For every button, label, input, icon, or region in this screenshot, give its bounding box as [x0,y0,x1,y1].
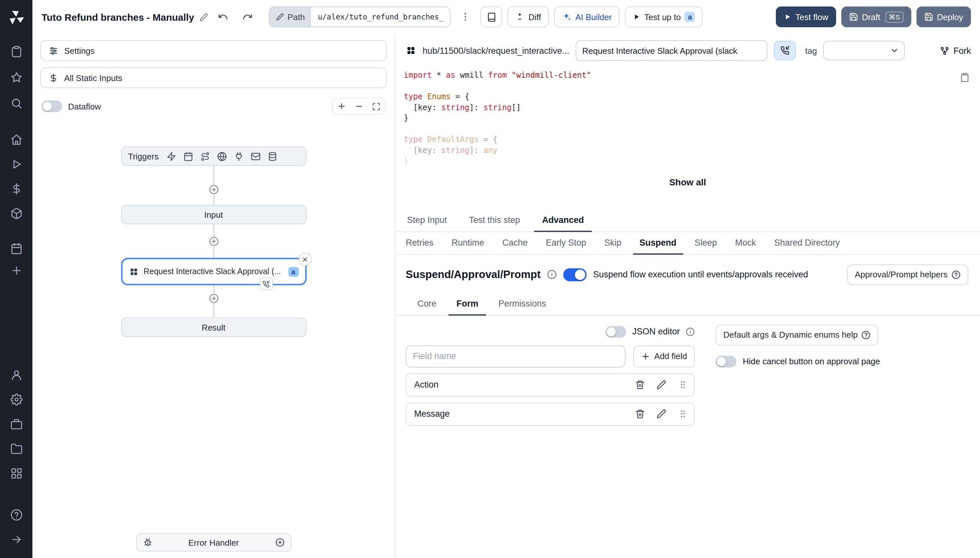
tab-mock[interactable]: Mock [729,232,763,254]
hide-cancel-toggle[interactable] [716,356,736,367]
fork-icon [940,46,950,56]
trigger-schedule-icon[interactable] [183,151,193,161]
rail-calendar-button[interactable] [5,237,27,259]
rail-home-button[interactable] [5,128,27,150]
remove-step-button[interactable] [299,253,312,266]
tab-test-this-step[interactable]: Test this step [461,209,528,232]
json-editor-row: JSON editor [406,326,695,337]
form-options-column: Default args & Dynamic enums help Hide c… [716,323,970,367]
star-icon [10,71,22,83]
default-args-help-button[interactable]: Default args & Dynamic enums help [716,324,878,345]
docs-button[interactable] [481,7,502,27]
path-edit-button[interactable]: Path [269,7,312,26]
rail-dollar-button[interactable] [5,177,27,200]
tab-advanced[interactable]: Advanced [534,209,592,232]
test-flow-button[interactable]: Test flow [776,7,836,27]
suspend-toggle[interactable] [563,268,586,281]
show-all-button[interactable]: Show all [669,177,706,187]
draft-button[interactable]: Draft⌘S [841,7,911,27]
windmill-logo-icon [8,9,25,26]
maximize-icon [372,102,381,110]
tab-shared-directory[interactable]: Shared Directory [768,232,847,254]
trigger-webhook-icon[interactable] [166,151,176,161]
rail-briefcase-button[interactable] [5,413,27,435]
code-editor[interactable]: import * as wmill from "windmill-client"… [404,70,970,166]
tab-suspend[interactable]: Suspend [633,232,683,254]
static-inputs-accordion[interactable]: All Static Inputs [40,67,387,88]
tab-runtime[interactable]: Runtime [445,232,491,254]
dataflow-toggle[interactable] [41,100,62,112]
delete-field-button[interactable] [630,405,649,423]
approval-helpers-button[interactable]: Approval/Prompt helpers [847,264,969,285]
edit-field-button[interactable] [652,376,670,394]
rail-folder-button[interactable] [5,437,27,460]
trigger-kafka-icon[interactable] [268,151,277,161]
input-node-label: Input [204,210,223,219]
windmill-logo[interactable] [8,9,25,26]
drag-field-handle[interactable] [673,376,691,394]
delete-field-button[interactable] [630,376,649,394]
tab-retries[interactable]: Retries [399,232,440,254]
trigger-email-icon[interactable] [251,151,260,161]
add-field-button[interactable]: Add field [634,345,695,367]
tab-step-input[interactable]: Step Input [399,209,455,232]
tab-permissions[interactable]: Permissions [491,293,554,315]
add-step-button[interactable] [209,185,218,194]
diff-button[interactable]: Diff [508,7,549,27]
test-up-to-button[interactable]: Test up toa [625,7,703,27]
add-error-handler-icon[interactable] [275,538,284,547]
hub-script-path[interactable]: hub/11500/slack/request_interactive... [423,46,570,56]
add-step-button[interactable] [209,236,218,246]
fit-view-button[interactable] [368,98,385,114]
suspend-shortcut-button[interactable] [774,41,796,60]
edit-title-icon[interactable] [199,13,208,21]
rail-plus-button[interactable] [5,259,27,281]
rail-play-button[interactable] [5,153,27,175]
tab-early-stop[interactable]: Early Stop [539,232,593,254]
rail-star-button[interactable] [5,66,27,88]
tab-core[interactable]: Core [410,293,444,315]
drag-field-handle[interactable] [673,405,691,423]
help-icon [862,330,871,339]
more-options-button[interactable] [456,7,475,26]
selected-step-node[interactable]: Request Interactive Slack Approval (... … [121,258,306,285]
form-fields-column: JSON editor Add field ActionMessage [406,323,695,425]
zoom-in-button[interactable] [333,98,350,114]
json-editor-toggle[interactable] [606,326,626,337]
input-node[interactable]: Input [121,205,306,224]
field-name-input[interactable] [406,345,626,367]
undo-button[interactable] [213,7,232,26]
rail-search-button[interactable] [5,92,27,114]
add-step-button[interactable] [209,294,218,303]
rail-box-button[interactable] [5,202,27,224]
tab-form[interactable]: Form [449,293,486,315]
step-summary-input[interactable] [576,40,768,61]
settings-accordion[interactable]: Settings [40,40,387,61]
edit-field-button[interactable] [652,405,670,423]
trigger-route-icon[interactable] [200,151,210,161]
result-node[interactable]: Result [121,318,306,337]
path-input[interactable] [312,7,450,26]
rail-clipboard-button[interactable] [5,40,27,62]
trigger-postgres-icon[interactable] [234,151,243,161]
rail-user-button[interactable] [5,364,27,386]
tab-sleep[interactable]: Sleep [688,232,723,254]
tag-select[interactable] [824,41,905,60]
rail-grid-button[interactable] [5,462,27,484]
redo-button[interactable] [238,7,257,26]
plus-circle-icon [209,185,218,194]
error-handler-node[interactable]: Error Handler [136,533,291,551]
fork-button[interactable]: Fork [940,46,971,56]
triggers-node[interactable]: Triggers [121,146,306,166]
trigger-websocket-icon[interactable] [217,151,227,161]
play-icon [633,13,640,21]
deploy-button[interactable]: Deploy [916,7,971,27]
rail-arrow-right-button[interactable] [5,528,27,550]
rail-help-button[interactable] [5,504,27,525]
copy-code-button[interactable] [959,71,971,85]
tab-skip[interactable]: Skip [598,232,628,254]
rail-settings-button[interactable] [5,388,27,410]
tab-cache[interactable]: Cache [496,232,534,254]
zoom-out-button[interactable] [350,98,368,114]
ai-builder-button[interactable]: AI Builder [554,7,620,27]
